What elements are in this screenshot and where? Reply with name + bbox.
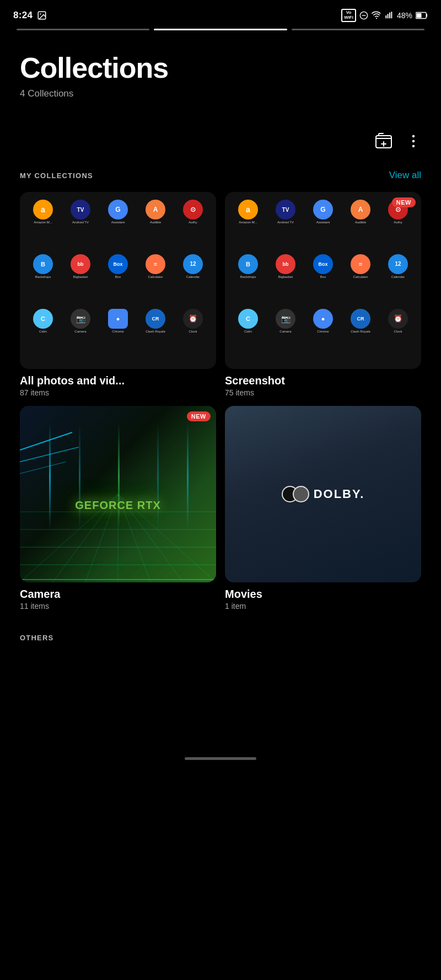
new-collection-icon <box>375 132 392 150</box>
my-collections-header: MY COLLECTIONS View all <box>0 161 441 188</box>
progress-tab-3[interactable] <box>292 29 424 30</box>
status-icons: Vo WiFi 48% <box>341 9 428 22</box>
collection-thumb-all-photos: aAmazon M... TVAndroid TV GAssistant AAu… <box>20 192 216 368</box>
dolby-image: DOLBY. <box>225 406 421 582</box>
new-collection-button[interactable] <box>375 132 392 150</box>
photo-icon <box>37 10 47 20</box>
collection-card-movies[interactable]: DOLBY. Movies 1 item <box>225 406 421 611</box>
vowifi-icon: Vo WiFi <box>341 9 356 22</box>
home-bar <box>185 757 256 760</box>
progress-tab-1[interactable] <box>17 29 149 30</box>
collection-card-all-photos[interactable]: aAmazon M... TVAndroid TV GAssistant AAu… <box>20 192 216 397</box>
new-badge-screenshot: NEW <box>392 197 416 207</box>
app-grid-thumb-1: aAmazon M... TVAndroid TV GAssistant AAu… <box>20 192 216 368</box>
collection-count-movies: 1 item <box>225 602 421 611</box>
battery-percent: 48% <box>397 11 412 20</box>
page-title: Collections <box>20 52 421 84</box>
dolby-logo: DOLBY. <box>282 486 365 502</box>
collection-card-screenshot[interactable]: NEW aAmazon M... TVAndroid TV GAssistant… <box>225 192 421 397</box>
svg-rect-6 <box>416 13 421 18</box>
collections-grid: aAmazon M... TVAndroid TV GAssistant AAu… <box>0 188 441 622</box>
collection-card-camera[interactable]: NEW <box>20 406 216 611</box>
collection-count-all-photos: 87 items <box>20 388 216 397</box>
collection-thumb-screenshot: NEW aAmazon M... TVAndroid TV GAssistant… <box>225 192 421 368</box>
svg-point-11 <box>412 140 415 142</box>
others-header: OTHERS <box>0 622 441 649</box>
collection-count-camera: 11 items <box>20 602 216 611</box>
more-options-icon <box>406 133 421 149</box>
page-header: Collections 4 Collections <box>0 37 441 99</box>
new-badge-camera: NEW <box>187 411 211 421</box>
svg-point-1 <box>40 13 41 14</box>
svg-line-26 <box>20 447 79 462</box>
progress-tab-2[interactable] <box>154 29 287 30</box>
view-all-button[interactable]: View all <box>389 170 421 181</box>
svg-line-25 <box>20 432 72 450</box>
svg-point-4 <box>376 18 377 19</box>
progress-tabs <box>0 29 441 30</box>
collection-name-camera: Camera <box>20 588 216 601</box>
home-indicator[interactable] <box>0 748 441 765</box>
svg-point-12 <box>412 145 415 147</box>
camera-image: GEFORCE RTX <box>20 406 216 582</box>
toolbar <box>0 99 441 161</box>
app-grid-thumb-2: aAmazon M... TVAndroid TV GAssistant AAu… <box>225 192 421 368</box>
svg-line-27 <box>20 462 66 473</box>
collection-name-movies: Movies <box>225 588 421 601</box>
collection-name-screenshot: Screenshot <box>225 374 421 387</box>
dolby-circles-icon <box>282 486 309 502</box>
svg-point-10 <box>412 135 415 137</box>
more-options-button[interactable] <box>406 133 421 149</box>
others-label: OTHERS <box>20 634 53 642</box>
dolby-wordmark: DOLBY. <box>314 487 365 501</box>
collection-count-screenshot: 75 items <box>225 388 421 397</box>
signal-icon <box>385 11 394 20</box>
status-time: 8:24 <box>13 10 33 21</box>
collection-thumb-movies: DOLBY. <box>225 406 421 582</box>
dnd-icon <box>359 11 368 20</box>
collection-name-all-photos: All photos and vid... <box>20 374 216 387</box>
battery-icon <box>416 12 428 19</box>
status-bar: 8:24 Vo WiFi 48% <box>0 0 441 29</box>
collection-thumb-camera: NEW <box>20 406 216 582</box>
my-collections-label: MY COLLECTIONS <box>20 172 93 180</box>
collections-count: 4 Collections <box>20 88 421 99</box>
wifi-icon <box>372 10 381 20</box>
